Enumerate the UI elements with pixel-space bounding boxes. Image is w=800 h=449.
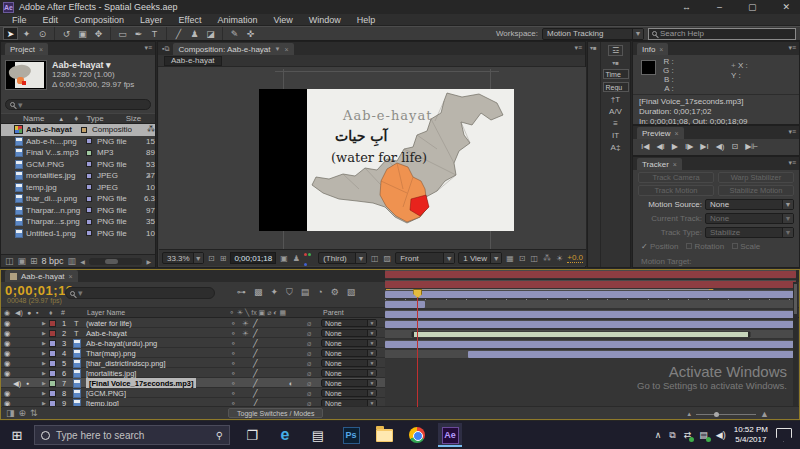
label-swatch[interactable]	[49, 378, 56, 388]
layer-duration-bar[interactable]	[385, 311, 796, 318]
layer-duration-bar[interactable]	[385, 291, 796, 298]
layer-name[interactable]: [thar_districtIndscp.png]	[86, 358, 166, 368]
menu-view[interactable]: View	[265, 15, 300, 25]
label-column-icon[interactable]: ♦	[49, 309, 53, 316]
menu-layer[interactable]: Layer	[132, 15, 171, 25]
view-layout-dropdown[interactable]: 1 View▼	[458, 252, 502, 264]
effects-icon[interactable]: ☲	[608, 45, 623, 56]
number-column[interactable]: #	[61, 309, 65, 316]
menu-effect[interactable]: Effect	[171, 15, 210, 25]
timeline-tool-icon-0[interactable]: ⊶	[237, 287, 246, 298]
quality-switch-icon[interactable]: ╱	[253, 368, 258, 378]
edge-icon[interactable]: e	[273, 423, 297, 447]
switch-collapse-icon[interactable]: ⚬	[230, 368, 236, 378]
adjustment-switch-icon[interactable]: ☀	[242, 328, 249, 338]
parent-dropdown[interactable]: None▼	[321, 379, 377, 387]
expand-arrow-icon[interactable]: ▶	[42, 358, 46, 368]
tracking-icon[interactable]: A‡	[611, 143, 621, 152]
panel-menu-icon[interactable]: ▾≡	[144, 44, 152, 52]
track-camera-button[interactable]: Track Camera	[638, 172, 714, 183]
italic-icon[interactable]: IT	[612, 131, 619, 140]
layer-name-column[interactable]: Layer Name	[87, 309, 125, 316]
region-of-interest-icon[interactable]: ◫	[370, 254, 380, 263]
tray-volume-icon[interactable]: ◀)	[716, 430, 726, 440]
scroll-right-icon[interactable]: ▶	[146, 258, 151, 265]
project-item[interactable]: Tharpar...s.pngPNG file35	[1, 216, 155, 228]
mask-visibility-icon[interactable]: ⊞	[219, 254, 228, 263]
scroll-up-icon[interactable]: ▲	[146, 172, 152, 178]
layer-duration-bar[interactable]	[385, 301, 425, 308]
layer-duration-bar[interactable]	[385, 321, 796, 328]
disable-icon[interactable]: ⌀	[307, 358, 312, 368]
close-icon[interactable]: ×	[673, 161, 677, 168]
expand-inout-icon[interactable]: ⊕	[19, 408, 27, 418]
zoom-in-icon[interactable]: ▲	[760, 409, 769, 419]
quality-switch-icon[interactable]: ╱	[253, 388, 258, 398]
project-comp-name[interactable]: Aab-e-hayat ▾	[52, 60, 134, 70]
chrome-icon[interactable]	[405, 423, 429, 447]
zoom-tool[interactable]: ⊙	[35, 27, 50, 40]
vertical-scrollbar[interactable]	[793, 282, 798, 406]
tab-composition[interactable]: Composition: Aab-e-hayat ▼ ×	[173, 43, 293, 55]
tray-network-icon[interactable]: ▤	[699, 430, 708, 440]
label-swatch[interactable]	[49, 368, 56, 378]
comp-timecode[interactable]: 0;00;01;18	[230, 252, 276, 264]
adjustment-switch-icon[interactable]: ☀	[242, 318, 249, 328]
panel-menu-icon[interactable]: ▾≡	[788, 128, 796, 136]
taskbar-clock[interactable]: 10:52 PM 5/4/2017	[734, 425, 768, 445]
eye-icon[interactable]: ◉	[4, 368, 11, 378]
horizontal-scrollbar[interactable]	[89, 258, 143, 265]
parent-dropdown[interactable]: None▼	[321, 369, 377, 377]
first-frame-button[interactable]: I◀	[641, 142, 649, 151]
graph-editor-icon[interactable]: ⇅	[30, 408, 38, 418]
timeline-tool-icon-7[interactable]: ▧	[347, 287, 356, 298]
expand-layers-icon[interactable]: ◨	[6, 408, 15, 418]
timeline-layer-row[interactable]: ◉▶1T(water for life)⚬☀╱⌀None▼	[1, 318, 385, 328]
disable-icon[interactable]: ⌀	[307, 388, 312, 398]
timeline-button-icon[interactable]: ◫	[529, 254, 539, 263]
fast-previews-icon[interactable]: ⊡	[518, 254, 527, 263]
show-snapshot-icon[interactable]: ♟	[292, 254, 301, 263]
label-swatch[interactable]	[86, 138, 92, 144]
resolution-dropdown[interactable]: (Third)▼	[318, 252, 367, 264]
project-item[interactable]: Aab-e-h....pngPNG file15	[1, 136, 155, 148]
solo-icon[interactable]: ●	[26, 378, 29, 388]
hand-tool[interactable]: ✦	[19, 27, 34, 40]
puppet-pin-tool[interactable]: ✜	[243, 27, 258, 40]
label-swatch[interactable]	[49, 318, 56, 328]
switch-collapse-icon[interactable]: ⚬	[230, 338, 236, 348]
show-channel-icon[interactable]	[304, 249, 315, 266]
disable-icon[interactable]: ⌀	[307, 368, 312, 378]
timeline-tool-icon-1[interactable]: ▩	[254, 287, 263, 298]
timeline-layer-row[interactable]: ◉▶8[GCM.PNG]⚬╱⌀None▼	[1, 388, 385, 398]
exposure-value[interactable]: +0.0	[567, 253, 583, 263]
panel-menu-icon[interactable]: ▾≡	[574, 44, 582, 52]
reset-exposure-icon[interactable]: ☀	[555, 254, 564, 263]
timeline-layer-row[interactable]: ◀)●▶7[Final Voice_17seconds.mp3]⚬╱◐⌀None…	[1, 378, 385, 388]
label-swatch[interactable]	[86, 173, 92, 179]
start-button[interactable]: ⊞	[0, 421, 34, 449]
eye-icon[interactable]: ◉	[4, 348, 11, 358]
switch-collapse-icon[interactable]: ⚬	[230, 328, 236, 338]
new-folder-icon[interactable]: ▣	[18, 256, 27, 266]
switch-collapse-icon[interactable]: ⚬	[230, 388, 236, 398]
last-frame-button[interactable]: ▶I	[700, 142, 708, 151]
expand-arrow-icon[interactable]: ▶	[42, 318, 46, 328]
tab-info[interactable]: Info×	[637, 43, 668, 55]
switch-collapse-icon[interactable]: ⚬	[230, 358, 236, 368]
quality-switch-icon[interactable]: ╱	[253, 378, 258, 388]
parent-column[interactable]: Parent	[323, 309, 344, 316]
safe-zones-icon[interactable]: ⊡	[207, 254, 216, 263]
loop-button[interactable]: ⊡	[731, 142, 738, 151]
audio-enabled-icon[interactable]: ◀)	[13, 378, 21, 388]
project-item[interactable]: Untitled-1.pngPNG file10	[1, 228, 155, 240]
rotate-tool[interactable]: ↺	[59, 27, 74, 40]
parent-dropdown[interactable]: None▼	[321, 329, 377, 337]
label-swatch[interactable]	[86, 230, 92, 236]
close-icon[interactable]: ✕	[782, 2, 790, 12]
zoom-out-icon[interactable]: ▲	[686, 411, 692, 417]
quality-switch-icon[interactable]: ╱	[253, 318, 258, 328]
view-plane-dropdown[interactable]: Front▼	[395, 252, 455, 264]
label-swatch[interactable]	[81, 127, 87, 133]
project-item[interactable]: Aab-e-hayatComposition⁂	[1, 124, 155, 136]
